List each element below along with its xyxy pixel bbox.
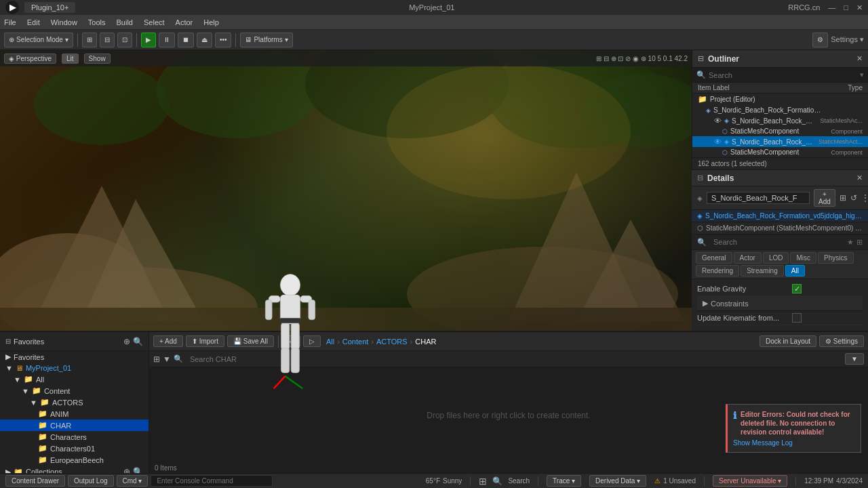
details-search-input[interactable] (709, 237, 844, 247)
outliner-item[interactable]: ⬡ StaticMeshComponent Component (692, 147, 868, 157)
perspective-button[interactable]: ◈ Perspective (4, 54, 56, 64)
tree-char[interactable]: 📁 CHAR (0, 420, 149, 431)
menu-tools[interactable]: Tools (88, 18, 106, 26)
outliner-item[interactable]: ⬡ StaticMeshComponent Component (692, 126, 868, 136)
tree-collections[interactable]: ▶ 📁 Collections ⊕ 🔍 (0, 466, 149, 473)
tree-characters01[interactable]: 📁 Characters01 (0, 443, 149, 454)
tab-general[interactable]: General (696, 252, 732, 264)
camera-button[interactable]: ⊡ (117, 33, 132, 47)
details-search-bar[interactable]: 🔍 ★ ⊞ (692, 235, 868, 250)
details-add-button[interactable]: + Add (814, 189, 835, 207)
cb-favorites-label[interactable]: Favorites (14, 338, 121, 346)
eject-button[interactable]: ⏏ (197, 33, 212, 47)
tree-all[interactable]: ▼ 📁 All (0, 373, 149, 385)
tree-characters[interactable]: 📁 Characters (0, 431, 149, 443)
details-options-1[interactable]: ⊞ (840, 193, 846, 203)
tab-lod[interactable]: LOD (763, 252, 789, 264)
tab-streaming[interactable]: Streaming (741, 265, 784, 277)
error-link[interactable]: Show Message Log (733, 439, 855, 447)
cb-sort-icon[interactable]: ⊞ (153, 354, 160, 364)
outliner-item[interactable]: 👁 ◈ S_Nordic_Beach_Rock_Formation... Sta… (692, 115, 868, 126)
tab-misc[interactable]: Misc (790, 252, 816, 264)
tree-europeanbeech[interactable]: 📁 EuropeanBeech (0, 454, 149, 466)
tree-anim[interactable]: 📁 ANIM (0, 408, 149, 420)
breadcrumb-content[interactable]: Content (342, 338, 369, 346)
show-button[interactable]: Show (84, 54, 111, 64)
tree-actors[interactable]: ▼ 📁 ACTORS (0, 396, 149, 408)
breadcrumb-actors[interactable]: ACTORS (376, 338, 408, 346)
details-filter-icon[interactable]: ⊟ (697, 174, 703, 182)
outliner-close[interactable]: ✕ (856, 54, 863, 63)
folder-icon: 📁 (24, 375, 33, 384)
mode-button[interactable]: ⊕ Selection Mode ▾ (4, 33, 73, 47)
details-name-input[interactable] (707, 192, 810, 204)
collections-add-icon[interactable]: ⊕ (123, 467, 130, 473)
details-close[interactable]: ✕ (856, 174, 863, 182)
window-maximize[interactable]: □ (844, 3, 848, 12)
stop-button[interactable]: ⏹ (178, 33, 194, 47)
menu-window[interactable]: Window (51, 18, 77, 26)
pause-button[interactable]: ⏸ (159, 33, 175, 47)
lit-button[interactable]: Lit (62, 54, 79, 64)
eye-icon[interactable]: 👁 (714, 138, 722, 146)
tab-physics[interactable]: Physics (818, 252, 853, 264)
menu-build[interactable]: Build (117, 18, 133, 26)
derived-data-button[interactable]: Derived Data ▾ (589, 475, 646, 487)
details-options-2[interactable]: ↺ (850, 193, 857, 203)
cb-sidebar-toggle[interactable]: ⊟ (5, 338, 11, 345)
search-label[interactable]: Search (508, 477, 530, 485)
outliner-filter-icon[interactable]: ⊟ (698, 54, 704, 63)
details-options-3[interactable]: ⋮ (861, 193, 868, 203)
import-button[interactable]: ⬆ Import (186, 336, 224, 347)
output-log-button[interactable]: Output Log (68, 475, 113, 487)
cb-add-icon[interactable]: ⊕ (123, 337, 130, 346)
tab-actor[interactable]: Actor (734, 252, 762, 264)
snap-button[interactable]: ⊟ (100, 33, 115, 47)
kinematic-checkbox[interactable] (792, 313, 802, 323)
tree-myproject[interactable]: ▼ 🖥 MyProject_01 (0, 363, 149, 373)
details-filter-star[interactable]: ★ (847, 238, 854, 247)
window-close[interactable]: ✕ (856, 3, 863, 12)
transform-button[interactable]: ⊞ (82, 33, 97, 47)
dock-layout-button[interactable]: Dock in Layout (760, 336, 816, 347)
cb-filter-icon[interactable]: ▼ (163, 354, 171, 364)
trace-button[interactable]: Trace ▾ (547, 475, 581, 487)
collections-search-icon[interactable]: 🔍 (133, 467, 143, 473)
menu-edit[interactable]: Edit (27, 18, 40, 26)
menu-actor[interactable]: Actor (176, 18, 193, 26)
menu-help[interactable]: Help (203, 18, 219, 26)
console-input[interactable] (151, 475, 273, 487)
outliner-item-selected[interactable]: 👁 ◈ S_Nordic_Beach_Rock_Formation... Sta… (692, 136, 868, 147)
play-button[interactable]: ▶ (141, 33, 156, 47)
eye-icon[interactable]: 👁 (714, 117, 722, 125)
outliner-options-icon[interactable]: ▾ (860, 70, 864, 79)
menu-select[interactable]: Select (144, 18, 165, 26)
tab-all[interactable]: All (785, 265, 805, 277)
settings-label[interactable]: Settings ▾ (831, 35, 864, 44)
search-icon[interactable]: 🔍 (492, 476, 502, 486)
window-minimize[interactable]: — (828, 3, 835, 12)
tree-favorites[interactable]: ▶ Favorites (0, 351, 149, 363)
cmd-button[interactable]: Cmd ▾ (117, 475, 149, 487)
gravity-checkbox[interactable]: ✓ (792, 284, 802, 293)
content-drawer-button[interactable]: Content Drawer (5, 475, 65, 487)
windows-icon[interactable]: ⊞ (479, 476, 487, 487)
platforms-button[interactable]: 🖥 Platforms ▾ (240, 33, 292, 47)
section-constraints[interactable]: ▶ Constraints (697, 296, 863, 311)
outliner-search-bar[interactable]: 🔍 ▾ (692, 68, 868, 83)
tab-rendering[interactable]: Rendering (696, 265, 739, 277)
tree-content[interactable]: ▼ 📁 Content (0, 385, 149, 396)
outliner-item[interactable]: 📁 Project (Editor) (692, 94, 868, 105)
more-button[interactable]: ••• (215, 33, 232, 47)
project-tab[interactable]: Plugin_10+ (24, 2, 75, 13)
menu-file[interactable]: File (4, 18, 16, 26)
cb-filter-button[interactable]: ▼ (845, 353, 864, 365)
outliner-item[interactable]: ◈ S_Nordic_Beach_Rock_Formation_vesabjbf… (692, 105, 868, 115)
add-button[interactable]: + Add (153, 336, 183, 347)
details-view-icon[interactable]: ⊞ (856, 238, 863, 247)
server-button[interactable]: Server Unavailable ▾ (713, 475, 787, 487)
settings-button[interactable]: ⚙ (812, 33, 828, 47)
cb-search-icon[interactable]: 🔍 (133, 337, 143, 346)
cb-settings-button[interactable]: ⚙ Settings (819, 336, 864, 347)
outliner-search-input[interactable] (709, 71, 857, 79)
